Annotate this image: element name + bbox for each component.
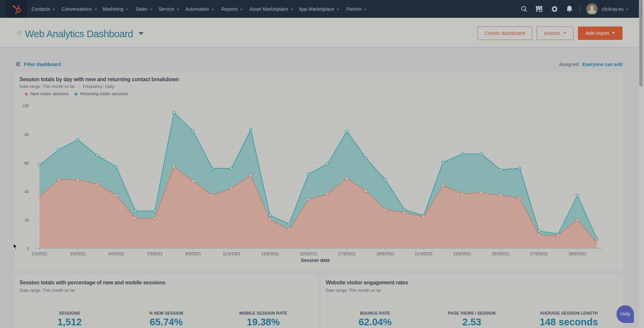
svg-text:17/3/2021: 17/3/2021 <box>338 252 356 256</box>
svg-text:60: 60 <box>25 161 29 166</box>
svg-text:21/3/2021: 21/3/2021 <box>415 252 433 256</box>
svg-text:40: 40 <box>25 189 29 194</box>
svg-text:20: 20 <box>25 218 29 223</box>
svg-text:100: 100 <box>22 104 29 108</box>
svg-text:25/3/2021: 25/3/2021 <box>492 252 510 256</box>
svg-text:15/3/2021: 15/3/2021 <box>300 252 318 256</box>
svg-text:9/3/2021: 9/3/2021 <box>185 252 201 256</box>
svg-text:80: 80 <box>25 132 29 137</box>
svg-text:5/3/2021: 5/3/2021 <box>108 252 124 256</box>
svg-text:7/3/2021: 7/3/2021 <box>147 252 163 256</box>
svg-text:0: 0 <box>27 247 29 251</box>
svg-text:13/3/2021: 13/3/2021 <box>261 252 279 256</box>
svg-text:19/3/2021: 19/3/2021 <box>376 252 395 256</box>
svg-text:29/3/2021: 29/3/2021 <box>568 252 587 256</box>
svg-text:Session date: Session date <box>301 258 330 263</box>
svg-text:11/3/2021: 11/3/2021 <box>223 252 240 256</box>
svg-text:3/3/2021: 3/3/2021 <box>70 252 86 256</box>
svg-text:23/3/2021: 23/3/2021 <box>453 252 471 256</box>
svg-text:1/3/2021: 1/3/2021 <box>32 252 47 256</box>
svg-text:27/3/2021: 27/3/2021 <box>530 252 548 256</box>
